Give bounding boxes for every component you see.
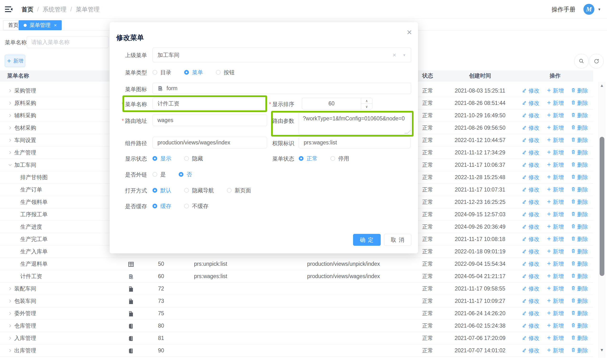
add-link[interactable]: 新增	[547, 273, 564, 280]
add-link[interactable]: 新增	[547, 322, 564, 329]
radio-隐藏[interactable]: 隐藏	[184, 155, 203, 162]
table-row[interactable]: 生产退料单50prs:unpick:listproduction/views/u…	[0, 258, 593, 270]
table-row[interactable]: 计件工资60prs:wages:listproduction/views/wag…	[0, 270, 593, 283]
radio-不缓存[interactable]: 不缓存	[184, 202, 208, 210]
breadcrumb-menu[interactable]: 菜单管理	[76, 5, 100, 13]
edit-link[interactable]: 修改	[522, 211, 539, 218]
tree-expand-icon[interactable]	[8, 336, 14, 340]
tree-expand-icon[interactable]	[8, 126, 14, 130]
manual-link[interactable]: 操作手册	[552, 5, 575, 13]
add-link[interactable]: 新增	[547, 260, 564, 268]
edit-link[interactable]: 修改	[522, 347, 539, 354]
delete-link[interactable]: 删除	[571, 223, 588, 231]
menu-name-filter-input[interactable]	[27, 36, 108, 48]
delete-link[interactable]: 删除	[571, 260, 588, 268]
add-link[interactable]: 新增	[547, 87, 564, 94]
radio-显示[interactable]: 显示	[152, 155, 171, 162]
delete-link[interactable]: 删除	[571, 198, 588, 206]
edit-link[interactable]: 修改	[522, 99, 539, 107]
add-link[interactable]: 新增	[547, 112, 564, 119]
table-row[interactable]: 包装车间73正常2021-11-17 10:09:27修改新增删除	[0, 295, 593, 307]
radio-缓存[interactable]: 缓存	[152, 202, 171, 210]
radio-按钮[interactable]: 按钮	[216, 69, 235, 76]
delete-link[interactable]: 删除	[571, 149, 588, 156]
add-link[interactable]: 新增	[547, 223, 564, 231]
tab-menu-management[interactable]: 菜单管理 ×	[19, 20, 62, 30]
edit-link[interactable]: 修改	[522, 87, 539, 94]
breadcrumb-home[interactable]: 首页	[21, 5, 33, 13]
menu-icon-input[interactable]: form	[152, 83, 411, 94]
add-link[interactable]: 新增	[547, 186, 564, 194]
add-link[interactable]: 新增	[547, 174, 564, 181]
edit-link[interactable]: 修改	[522, 335, 539, 342]
refresh-button[interactable]	[589, 54, 604, 68]
edit-link[interactable]: 修改	[522, 137, 539, 144]
tree-collapse-icon[interactable]	[8, 163, 14, 167]
add-link[interactable]: 新增	[547, 99, 564, 107]
component-path-input[interactable]: production/views/wages/index	[152, 137, 267, 148]
scrollbar-up-icon[interactable]: ▲	[600, 83, 604, 88]
edit-link[interactable]: 修改	[522, 235, 539, 243]
radio-否[interactable]: 否	[179, 171, 192, 178]
radio-正常[interactable]: 正常	[299, 155, 317, 162]
edit-link[interactable]: 修改	[522, 310, 539, 317]
add-link[interactable]: 新增	[547, 161, 564, 169]
radio-目录[interactable]: 目录	[152, 69, 171, 76]
radio-隐藏导航[interactable]: 隐藏导航	[184, 187, 214, 194]
tree-expand-icon[interactable]	[8, 101, 14, 105]
delete-link[interactable]: 删除	[571, 161, 588, 169]
resize-handle[interactable]	[404, 130, 411, 133]
table-row[interactable]: 入库管理81正常2021-07-06 17:20:09修改新增删除	[0, 332, 593, 344]
tree-expand-icon[interactable]	[8, 299, 14, 303]
radio-是[interactable]: 是	[152, 171, 166, 178]
step-down-icon[interactable]: ∨	[361, 104, 372, 109]
delete-link[interactable]: 删除	[571, 211, 588, 218]
edit-link[interactable]: 修改	[522, 223, 539, 231]
tab-close-icon[interactable]: ×	[54, 22, 57, 28]
add-link[interactable]: 新增	[547, 347, 564, 354]
edit-link[interactable]: 修改	[522, 112, 539, 119]
edit-link[interactable]: 修改	[522, 285, 539, 292]
delete-link[interactable]: 删除	[571, 347, 588, 354]
edit-link[interactable]: 修改	[522, 149, 539, 156]
scrollbar-down-icon[interactable]: ▼	[600, 348, 604, 352]
delete-link[interactable]: 删除	[571, 297, 588, 305]
chevron-down-icon[interactable]: ▾	[403, 53, 405, 57]
clear-icon[interactable]: ×	[393, 52, 396, 59]
delete-link[interactable]: 删除	[571, 310, 588, 317]
delete-link[interactable]: 删除	[571, 87, 588, 94]
avatar-caret-down-icon[interactable]: ▾	[598, 7, 600, 12]
tree-expand-icon[interactable]	[8, 349, 14, 352]
display-order-input[interactable]: 60 ∧ ∨	[302, 98, 372, 109]
tree-expand-icon[interactable]	[8, 312, 14, 315]
add-link[interactable]: 新增	[547, 211, 564, 218]
tree-expand-icon[interactable]	[8, 138, 14, 142]
edit-link[interactable]: 修改	[522, 260, 539, 268]
add-menu-button[interactable]: 新增	[5, 55, 25, 67]
delete-link[interactable]: 删除	[571, 273, 588, 280]
delete-link[interactable]: 删除	[571, 322, 588, 329]
breadcrumb-system[interactable]: 系统管理	[43, 5, 67, 13]
radio-停用[interactable]: 停用	[331, 155, 349, 162]
tree-expand-icon[interactable]	[8, 151, 14, 155]
dialog-close-icon[interactable]: ×	[407, 28, 412, 37]
tree-expand-icon[interactable]	[8, 324, 14, 328]
cancel-button[interactable]: 取 消	[384, 234, 411, 246]
tree-expand-icon[interactable]	[8, 287, 14, 291]
search-button[interactable]	[574, 54, 589, 68]
add-link[interactable]: 新增	[547, 310, 564, 317]
delete-link[interactable]: 删除	[571, 335, 588, 342]
sidebar-collapse-icon[interactable]	[5, 6, 13, 13]
delete-link[interactable]: 删除	[571, 186, 588, 194]
avatar[interactable]: M	[583, 4, 594, 15]
edit-link[interactable]: 修改	[522, 174, 539, 181]
edit-link[interactable]: 修改	[522, 124, 539, 131]
add-link[interactable]: 新增	[547, 297, 564, 305]
table-row[interactable]: 仓库管理80正常2021-06-02 15:24:38修改新增删除	[0, 320, 593, 332]
delete-link[interactable]: 删除	[571, 235, 588, 243]
edit-link[interactable]: 修改	[522, 248, 539, 255]
delete-link[interactable]: 删除	[571, 285, 588, 292]
edit-link[interactable]: 修改	[522, 161, 539, 169]
route-query-textarea[interactable]: ?workType=1&fmConfig=010605&node=0	[299, 112, 411, 135]
delete-link[interactable]: 删除	[571, 112, 588, 119]
